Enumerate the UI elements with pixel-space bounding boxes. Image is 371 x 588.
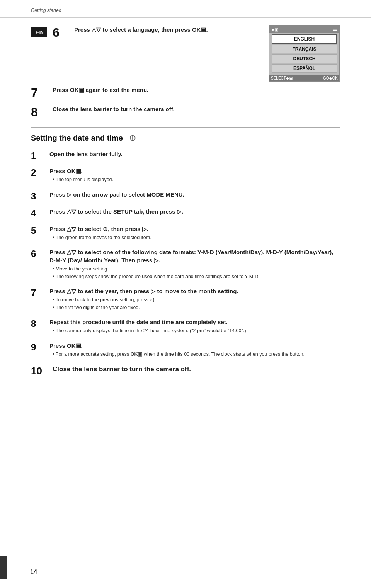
step-10-content: Close the lens barrier to turn the camer… [53,365,340,376]
page-left-accent [0,556,7,579]
step6-top-row: En 6 Press △▽ to select a language, then… [31,25,340,82]
step-6-content: Press △▽ to select one of the following … [49,248,340,281]
step-4-content: Press △▽ to select the SETUP tab, then p… [49,207,340,217]
en-badge: En [31,27,47,37]
step-3-num: 3 [31,191,46,201]
clock-icon: ⊕ [129,133,136,143]
step-2-main: Press OK▣. [49,167,340,175]
step-2-bullet-1: The top menu is displayed. [53,177,340,184]
step-5-num: 5 [31,226,46,236]
step-1-main: Open the lens barrier fully. [49,150,340,158]
step-7-top-row: 7 Press OK▣ again to exit the menu. [31,86,340,99]
step-2-num: 2 [31,168,46,178]
step-9-num: 9 [31,342,46,352]
step-7-num: 7 [31,288,46,298]
section-heading: Setting the date and time ⊕ [31,127,340,143]
step-1-num: 1 [31,151,46,161]
language-menu-image: ●▣ ▬ ENGLISH FRANÇAIS DEUTSCH ESPAÑOL SE… [269,25,340,82]
status-dot: ●▣ [272,27,278,32]
lang-image-header: ●▣ ▬ [269,26,339,33]
step-7-row: 7 Press △▽ to set the year, then press ▷… [31,287,340,312]
step-2-row: 2 Press OK▣. The top menu is displayed. [31,167,340,184]
step-6-bullet-1: Move to the year setting. [53,266,340,273]
step-5-bullet-1: The green frame moves to the selected it… [53,235,340,241]
step-7-top-content: Press OK▣ again to exit the menu. [53,86,340,95]
step-4-num: 4 [31,208,46,218]
step-6-top-main: Press △▽ to select a language, then pres… [74,25,261,34]
page-number-area: 14 [0,556,371,579]
step-10-main: Close the lens barrier to turn the camer… [53,365,340,374]
step-9-bullet-1: For a more accurate setting, press OK▣ w… [53,351,340,358]
arrow-symbol: △▽ [92,26,101,33]
step-4-main: Press △▽ to select the SETUP tab, then p… [49,207,340,216]
step-6-bullet-2: The following steps show the procedure u… [53,274,340,280]
step-8-top-main: Close the lens barrier to turn the camer… [53,105,340,113]
step-3-row: 3 Press ▷ on the arrow pad to select MOD… [31,190,340,201]
lang-english: ENGLISH [272,34,337,44]
lang-espanol: ESPAÑOL [272,64,337,73]
step-6-row: 6 Press △▽ to select one of the followin… [31,248,340,281]
step-10-num: 10 [31,365,51,377]
lang-menu-footer: SELECT◆▣ GO◆OK [269,75,339,81]
main-content: En 6 Press △▽ to select a language, then… [0,18,371,398]
step-6-top-text: to select a language, then press [101,26,192,33]
step-2-content: Press OK▣. The top menu is displayed. [49,167,340,184]
step-9-main: Press OK▣. [49,342,340,350]
step-6-num: 6 [31,249,46,259]
step-8-bullet-1: The camera only displays the time in the… [53,328,340,335]
step-5-row: 5 Press △▽ to select ⊙, then press ▷. Th… [31,225,340,242]
lang-deutsch: DEUTSCH [272,54,337,63]
step-7-bullet-2: The first two digits of the year are fix… [53,304,340,311]
battery-icon: ▬ [333,27,337,32]
step-1-row: 1 Open the lens barrier fully. [31,150,340,161]
step-7-bullet-1: To move back to the previous setting, pr… [53,297,340,304]
step-8-top-row: 8 Close the lens barrier to turn the cam… [31,105,340,118]
page-number: 14 [7,569,37,579]
step-6-top-content: Press △▽ to select a language, then pres… [74,25,261,35]
step-6-top-num: 6 [53,26,71,39]
step-8-content: Repeat this procedure until the date and… [49,318,340,335]
step-8-top-content: Close the lens barrier to turn the camer… [53,105,340,115]
select-label: SELECT◆▣ [271,76,293,80]
step-3-main: Press ▷ on the arrow pad to select MODE … [49,190,340,199]
page-container: Getting started En 6 Press △▽ to select … [0,0,371,588]
breadcrumb-bar: Getting started [0,0,371,18]
step-8-top-num: 8 [31,106,49,118]
step-7-top-main: Press OK▣ again to exit the menu. [53,86,340,94]
press-label: Press [74,26,92,33]
go-label: GO◆OK [323,76,338,80]
step-3-content: Press ▷ on the arrow pad to select MODE … [49,190,340,200]
step-4-row: 4 Press △▽ to select the SETUP tab, then… [31,207,340,218]
lang-menu: ENGLISH FRANÇAIS DEUTSCH ESPAÑOL [269,33,339,75]
step-8-main: Repeat this procedure until the date and… [49,318,340,326]
step-5-content: Press △▽ to select ⊙, then press ▷. The … [49,225,340,242]
step-8-row: 8 Repeat this procedure until the date a… [31,318,340,335]
ok-symbol-1: OK▣ [192,26,206,33]
step-7-content: Press △▽ to set the year, then press ▷ t… [49,287,340,312]
step-7-main: Press △▽ to set the year, then press ▷ t… [49,287,340,295]
step-7-top-num: 7 [31,87,49,99]
step-6-main: Press △▽ to select one of the following … [49,248,340,264]
lang-francais: FRANÇAIS [272,45,337,53]
step-1-content: Open the lens barrier fully. [49,150,340,160]
step-10-row: 10 Close the lens barrier to turn the ca… [31,365,340,377]
breadcrumb: Getting started [31,8,61,13]
step-9-content: Press OK▣. For a more accurate setting, … [49,342,340,359]
step-8-num: 8 [31,319,46,329]
step-5-main: Press △▽ to select ⊙, then press ▷. [49,225,340,233]
step-9-row: 9 Press OK▣. For a more accurate setting… [31,342,340,359]
section-title: Setting the date and time [31,134,123,143]
